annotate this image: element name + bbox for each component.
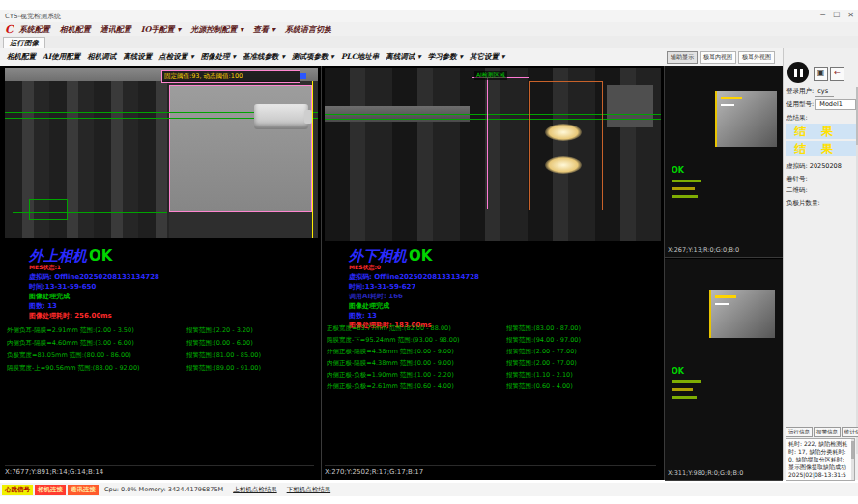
electrode-tab-object bbox=[254, 104, 308, 129]
detect-box bbox=[29, 199, 68, 220]
upper-camera-info: 虚拟码: Offline20250208133134728 时间:13-31-5… bbox=[29, 272, 159, 321]
overlay-text-line bbox=[672, 388, 693, 391]
menu-language-switch[interactable]: 系统语言切换 bbox=[285, 24, 331, 35]
threshold-label: 固定阈值:93, 动态阈值:100 bbox=[161, 70, 300, 83]
pixel-coords-readout: X:270;Y:2502;R:17;G:17;B:17 bbox=[325, 465, 656, 476]
measure-row: 内侧正极-隔膜=4.38mm 范围:(0.00 - 9.00)报警范围:(2.0… bbox=[327, 357, 662, 369]
back-button[interactable]: ← bbox=[830, 67, 844, 81]
comm-connect-status-badge: 通讯连接 bbox=[68, 485, 99, 495]
alarm-range: 报警范围:(2.00 - 77.00) bbox=[506, 348, 662, 356]
camera-button[interactable]: ▣ bbox=[814, 67, 828, 81]
preview-column: OK X:267;Y:13;R:0;G:0;B:0 OK X:311;Y:980… bbox=[665, 66, 783, 480]
app-logo-icon: C bbox=[5, 23, 14, 36]
tool-learning-params[interactable]: 学习参数 ▾ bbox=[428, 52, 463, 62]
process-time-line: 图像处理耗时: 256.00ms bbox=[29, 311, 159, 321]
tab-preview-image bbox=[709, 290, 775, 338]
alarm-range: 报警范围:(81.00 - 85.00) bbox=[186, 351, 319, 360]
maximize-icon[interactable]: ☐ bbox=[833, 11, 840, 20]
tool-ai-use-config[interactable]: AI使用配置 bbox=[43, 52, 80, 62]
measure-row: 外侧正极-负极=2.61mm 范围:(0.60 - 4.00)报警范围:(0.6… bbox=[327, 380, 662, 392]
pause-icon bbox=[800, 69, 803, 77]
virtual-code-line: 虚拟码: Offline20250208133134728 bbox=[349, 272, 479, 282]
result-display-upper: 结果 bbox=[786, 124, 858, 139]
tool-baseline-params[interactable]: 基准线参数 ▾ bbox=[243, 52, 285, 62]
alarm-range: 报警范围:(89.00 - 91.00) bbox=[186, 364, 319, 373]
minimize-icon[interactable]: ─ bbox=[820, 11, 825, 20]
result-ok: OK bbox=[89, 247, 112, 265]
roi-pink-box bbox=[472, 77, 529, 210]
preview-outer-view[interactable]: OK X:311;Y:980;R:0;G:0;B:0 bbox=[665, 259, 783, 481]
measure-row: 外侧正极-隔膜=4.38mm 范围:(0.00 - 9.00)报警范围:(2.0… bbox=[327, 346, 662, 357]
tool-spotcheck-setting[interactable]: 点检设置 ▾ bbox=[158, 52, 193, 62]
tool-plc-address[interactable]: PLC地址串 bbox=[341, 52, 379, 62]
statusbar: 心跳信号 相机连接 通讯连接 Cpu: 0.0% Memory: 3424.41… bbox=[0, 483, 858, 496]
menu-camera-config[interactable]: 相机配置 bbox=[60, 24, 91, 35]
measure-value: 内侧正极-隔膜=4.38mm 范围:(0.00 - 9.00) bbox=[327, 359, 506, 368]
menubar: C 系统配置 相机配置 通讯配置 IO手配置 ▾ 光源控制配置 ▾ 查看 ▾ 系… bbox=[0, 22, 858, 36]
login-user-label: 登录用户: bbox=[786, 87, 814, 95]
yellow-mark bbox=[715, 295, 736, 298]
tool-camera-config[interactable]: 相机配置 bbox=[7, 52, 36, 62]
tool-other-settings[interactable]: 其它设置 ▾ bbox=[470, 52, 504, 62]
menu-view[interactable]: 查看 ▾ bbox=[253, 24, 275, 35]
menu-io-config[interactable]: IO手配置 ▾ bbox=[141, 24, 182, 35]
preview-tab-aux-display[interactable]: 辅助显示 bbox=[667, 51, 698, 64]
upper-measurements: 外侧负耳-隔膜=2.91mm 范围:(2.00 - 3.50)报警范围:(2.2… bbox=[7, 324, 319, 375]
overlay-text-line bbox=[672, 396, 697, 399]
stats-tab-run-info[interactable]: 运行信息 bbox=[786, 427, 813, 437]
total-result-label: 总结果: bbox=[786, 114, 808, 123]
menu-light-config[interactable]: 光源控制配置 ▾ bbox=[190, 24, 243, 35]
lower-camera-spotcheck-link[interactable]: 下相机点检结果 bbox=[287, 486, 331, 494]
alarm-range: 报警范围:(83.00 - 87.00) bbox=[506, 324, 662, 333]
upper-camera-image[interactable]: 固定阈值:93, 动态阈值:100 bbox=[5, 68, 318, 238]
close-icon[interactable]: ✕ bbox=[847, 11, 854, 20]
pin-number-field: 卷针号: bbox=[786, 175, 808, 183]
main-area: 固定阈值:93, 动态阈值:100 外上相机OK MES状态:1 虚拟码: Of… bbox=[0, 66, 783, 480]
time-line: 时间:13-31-59-650 bbox=[29, 282, 159, 292]
ai-time-line: 调用AI耗时: 166 bbox=[349, 292, 479, 301]
tool-image-process[interactable]: 图像处理 ▾ bbox=[201, 52, 236, 62]
overlay-text-line bbox=[672, 195, 698, 198]
model-select[interactable]: Model1 bbox=[815, 99, 856, 110]
yellow-mark bbox=[721, 97, 742, 99]
menu-system-config[interactable]: 系统配置 bbox=[19, 24, 50, 35]
preview-tabs: 辅助显示 极耳内视图 极耳外视图 bbox=[667, 51, 775, 64]
alarm-range: 报警范围:(0.60 - 4.00) bbox=[506, 382, 662, 391]
menu-comm-config[interactable]: 通讯配置 bbox=[100, 24, 131, 35]
measure-value: 隔膜宽度-下=95.24mm 范围:(93.00 - 98.00) bbox=[327, 336, 506, 345]
mes-status: MES状态:0 bbox=[349, 264, 381, 272]
stats-tab-statistics-info[interactable]: 统计信息 bbox=[842, 427, 858, 437]
model-label: 使用型号: bbox=[786, 100, 814, 108]
alarm-range: 报警范围:(2.00 - 77.00) bbox=[506, 359, 662, 368]
tool-offline-setting[interactable]: 离线设置 bbox=[123, 52, 152, 62]
preview-result-ok: OK bbox=[672, 166, 684, 175]
roi-pink-line bbox=[487, 77, 488, 209]
stats-tab-alarm-info[interactable]: 报警信息 bbox=[814, 427, 841, 437]
time-line: 时间:13-31-59-627 bbox=[349, 282, 479, 292]
pixel-coords-readout: X:311;Y:980;R:0;G:0;B:0 bbox=[668, 469, 743, 477]
frame-count-line: 图数: 13 bbox=[29, 301, 159, 311]
result-ok: OK bbox=[409, 247, 432, 265]
tool-offline-debug[interactable]: 离线调试 ▾ bbox=[386, 52, 420, 62]
tabstrip: 运行图像 bbox=[0, 36, 858, 49]
virtual-code-value: 20250208 bbox=[810, 162, 842, 170]
lower-camera-image[interactable]: AI检测区域 bbox=[325, 68, 661, 241]
stats-scrollbar[interactable] bbox=[851, 439, 854, 480]
preview-tab-tab-inner-view[interactable]: 极耳内视图 bbox=[700, 51, 736, 64]
alarm-range: 报警范围:(94.00 - 97.00) bbox=[506, 336, 662, 345]
model-field: 使用型号: Model1 bbox=[786, 99, 856, 110]
measure-value: 负极宽度=83.05mm 范围:(80.00 - 86.00) bbox=[7, 351, 186, 360]
tool-camera-debug[interactable]: 相机调试 bbox=[87, 52, 116, 62]
stats-log-box[interactable]: 耗时: 222, 缺陷检测耗时: 17, 缺陷分类耗时: 0, 缺陷提取分区耗时… bbox=[786, 438, 855, 481]
tool-test-params[interactable]: 测试项参数 ▾ bbox=[292, 52, 334, 62]
ai-detect-box bbox=[529, 81, 603, 210]
login-user-value: cys bbox=[815, 87, 834, 97]
upper-camera-spotcheck-link[interactable]: 上相机点检结果 bbox=[233, 486, 277, 494]
weld-glow-spot bbox=[545, 156, 582, 174]
preview-result-ok: OK bbox=[672, 367, 684, 376]
preview-inner-view[interactable]: OK X:267;Y:13;R:0;G:0;B:0 bbox=[665, 66, 783, 258]
preview-tab-tab-outer-view[interactable]: 极耳外视图 bbox=[738, 51, 775, 64]
machine-block bbox=[607, 85, 653, 127]
measure-value: 内侧正极-负极=1.90mm 范围:(1.00 - 2.20) bbox=[327, 371, 506, 379]
pause-button[interactable] bbox=[787, 62, 809, 83]
